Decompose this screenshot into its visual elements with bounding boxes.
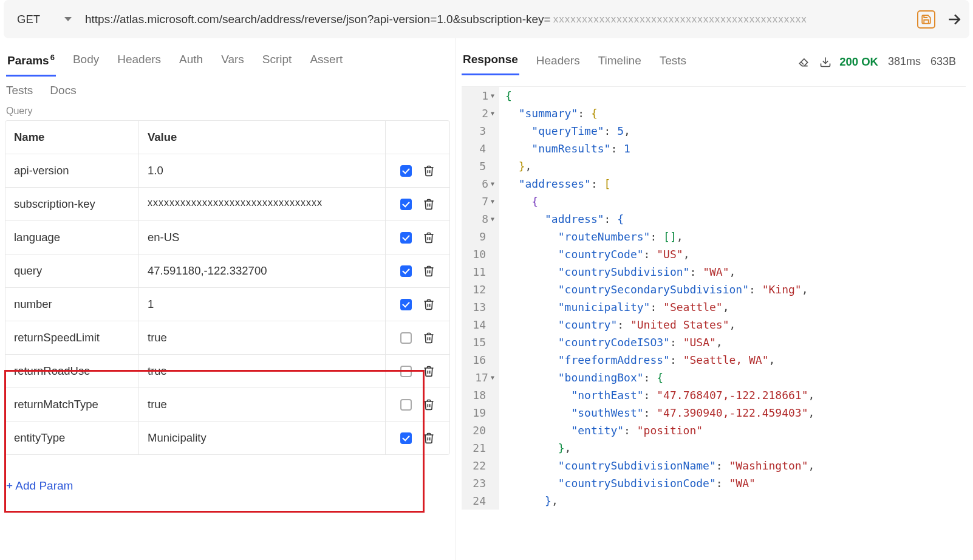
trash-icon [423,431,435,445]
code-line: { [505,87,966,104]
gutter-line[interactable]: 17▼ [465,369,496,386]
save-button[interactable] [917,10,935,29]
response-body[interactable]: 1▼2▼3456▼7▼8▼91011121314151617▼181920212… [462,86,966,510]
gutter-line[interactable]: 5 [465,157,496,175]
status-code: 200 OK [839,55,878,69]
gutter-line[interactable]: 2▼ [465,104,496,122]
param-name[interactable]: returnRoadUse [5,355,139,388]
eraser-icon [797,56,810,68]
gutter-line[interactable]: 1▼ [465,87,496,104]
param-name[interactable]: number [5,288,139,321]
fold-icon[interactable]: ▼ [491,175,494,193]
method-dropdown[interactable]: GET [11,13,72,26]
param-enabled-checkbox[interactable] [400,332,412,344]
param-delete-button[interactable] [423,231,435,244]
param-name[interactable]: subscription-key [5,188,139,220]
response-size: 633B [930,55,956,68]
param-delete-button[interactable] [423,164,435,177]
param-enabled-checkbox[interactable] [400,199,412,210]
param-enabled-checkbox[interactable] [400,165,412,177]
tab-body[interactable]: Body [72,48,100,77]
code-line: "address": { [505,210,966,228]
param-delete-button[interactable] [423,197,435,211]
request-panel: Params6 Body Headers Auth Vars Script As… [0,38,456,560]
param-value[interactable]: true [139,355,386,388]
gutter-line[interactable]: 9 [465,228,496,245]
param-value[interactable]: xxxxxxxxxxxxxxxxxxxxxxxxxxxxxxxx [139,188,386,220]
param-value[interactable]: en-US [139,221,386,254]
param-delete-button[interactable] [423,431,435,445]
fold-icon[interactable]: ▼ [491,87,494,104]
fold-icon[interactable]: ▼ [491,193,494,210]
param-name[interactable]: returnMatchType [5,388,139,421]
gutter-line[interactable]: 16 [465,351,496,369]
param-value[interactable]: 47.591180,-122.332700 [139,254,386,287]
param-name[interactable]: returnSpeedLimit [5,321,139,354]
param-name[interactable]: query [5,254,139,287]
param-delete-button[interactable] [423,398,435,411]
param-delete-button[interactable] [423,331,435,344]
param-value[interactable]: true [139,321,386,354]
tab-headers[interactable]: Headers [116,48,162,77]
tab-response-headers[interactable]: Headers [535,49,581,75]
param-value[interactable]: true [139,388,386,421]
gutter-line[interactable]: 6▼ [465,175,496,193]
params-head-name: Name [5,121,139,154]
param-enabled-checkbox[interactable] [400,432,412,444]
add-param-button[interactable]: + Add Param [5,455,450,497]
tab-auth[interactable]: Auth [178,48,204,77]
param-delete-button[interactable] [423,264,435,278]
gutter-line[interactable]: 13 [465,298,496,316]
param-actions [386,221,449,254]
subtab-tests[interactable]: Tests [6,84,33,97]
gutter-line[interactable]: 19 [465,404,496,422]
gutter-line[interactable]: 24 [465,492,496,510]
param-name[interactable]: language [5,221,139,254]
param-enabled-checkbox[interactable] [400,265,412,277]
gutter-line[interactable]: 14 [465,316,496,333]
gutter-line[interactable]: 15 [465,333,496,351]
tab-assert[interactable]: Assert [309,48,344,77]
param-delete-button[interactable] [423,364,435,378]
param-row: languageen-US [5,221,449,254]
gutter-line[interactable]: 18 [465,386,496,404]
tab-params[interactable]: Params6 [6,48,56,77]
param-value[interactable]: 1 [139,288,386,321]
gutter-line[interactable]: 21 [465,439,496,457]
gutter-line[interactable]: 22 [465,457,496,474]
gutter-line[interactable]: 20 [465,422,496,439]
gutter-line[interactable]: 23 [465,474,496,492]
fold-icon[interactable]: ▼ [491,104,494,122]
param-enabled-checkbox[interactable] [400,366,412,377]
code-line: "countrySubdivisionCode": "WA" [505,474,966,492]
subtab-docs[interactable]: Docs [50,84,76,97]
gutter-line[interactable]: 3 [465,122,496,140]
param-enabled-checkbox[interactable] [400,232,412,244]
url-input[interactable]: https://atlas.microsoft.com/search/addre… [85,13,551,26]
param-enabled-checkbox[interactable] [400,399,412,411]
param-value[interactable]: Municipality [139,422,386,454]
gutter-line[interactable]: 10 [465,245,496,263]
code-line: "freeformAddress": "Seattle, WA", [505,351,966,369]
gutter-line[interactable]: 11 [465,263,496,281]
tab-script[interactable]: Script [261,48,293,77]
param-name[interactable]: entityType [5,422,139,454]
tab-timeline[interactable]: Timeline [597,49,643,75]
download-response-button[interactable] [819,55,832,69]
param-value[interactable]: 1.0 [139,154,386,187]
clear-response-button[interactable] [797,55,810,69]
gutter-line[interactable]: 4 [465,140,496,157]
param-name[interactable]: api-version [5,154,139,187]
gutter-line[interactable]: 8▼ [465,210,496,228]
tab-response-tests[interactable]: Tests [658,49,688,75]
fold-icon[interactable]: ▼ [491,369,494,386]
param-enabled-checkbox[interactable] [400,299,412,310]
send-button[interactable] [946,12,962,27]
param-delete-button[interactable] [423,298,435,311]
tab-params-count: 6 [50,53,55,62]
tab-response[interactable]: Response [462,48,519,75]
fold-icon[interactable]: ▼ [491,210,494,228]
tab-vars[interactable]: Vars [220,48,245,77]
gutter-line[interactable]: 12 [465,281,496,298]
gutter-line[interactable]: 7▼ [465,193,496,210]
